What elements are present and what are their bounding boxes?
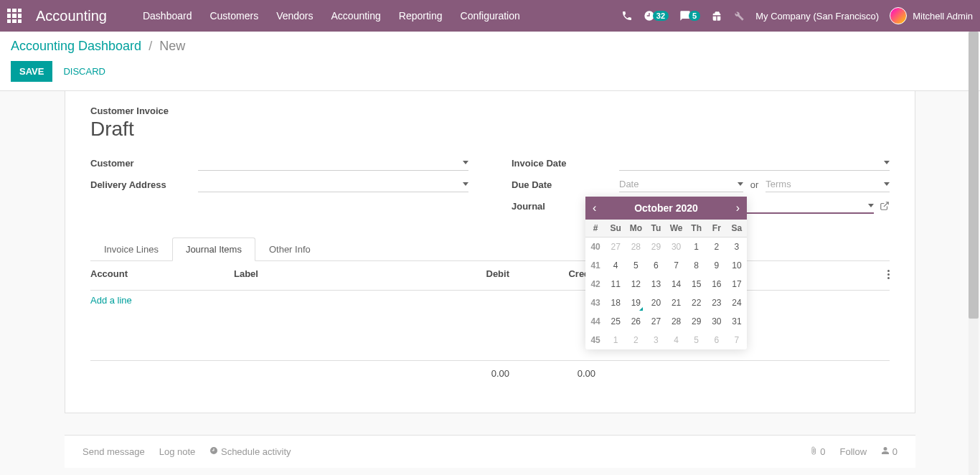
dp-day[interactable]: 24 (727, 293, 747, 312)
dp-day[interactable]: 2 (707, 238, 727, 256)
dp-day[interactable]: 10 (727, 256, 747, 275)
gift-icon[interactable] (711, 10, 722, 22)
invoice-date-input[interactable] (619, 155, 890, 171)
dp-day[interactable]: 1 (687, 238, 707, 256)
dp-day[interactable]: 30 (666, 238, 687, 256)
messages-indicator[interactable]: 5 (679, 10, 700, 22)
dp-day[interactable]: 31 (727, 312, 747, 331)
dp-day[interactable]: 15 (687, 275, 707, 293)
th-label: Label (234, 268, 423, 283)
nav-dashboard[interactable]: Dashboard (143, 10, 192, 22)
dp-day[interactable]: 3 (646, 331, 666, 349)
add-line[interactable]: Add a line (90, 291, 890, 310)
activity-badge: 32 (653, 11, 669, 21)
nav-configuration[interactable]: Configuration (461, 10, 520, 22)
customer-input[interactable] (198, 155, 468, 171)
datepicker-next[interactable]: › (736, 202, 740, 215)
breadcrumb-current: New (159, 39, 185, 53)
nav-reporting[interactable]: Reporting (399, 10, 443, 22)
dp-day[interactable]: 13 (646, 275, 666, 293)
dp-day[interactable]: 17 (727, 275, 747, 293)
follow-button[interactable]: Follow (840, 446, 867, 457)
dp-day[interactable]: 3 (727, 238, 747, 256)
schedule-activity[interactable]: Schedule activity (209, 446, 291, 457)
external-link-icon[interactable] (880, 201, 890, 211)
breadcrumb-link[interactable]: Accounting Dashboard (11, 39, 141, 53)
datepicker-title[interactable]: October 2020 (634, 202, 698, 214)
save-button[interactable]: SAVE (11, 61, 52, 82)
brand[interactable]: Accounting (36, 8, 107, 24)
apps-icon[interactable] (7, 9, 22, 23)
dp-day[interactable]: 21 (666, 293, 687, 312)
dp-day[interactable]: 26 (626, 312, 646, 331)
activity-indicator[interactable]: 32 (644, 10, 669, 22)
tabs: Invoice Lines Journal Items Other Info (90, 238, 890, 261)
dp-day[interactable]: 7 (666, 256, 687, 275)
avatar (890, 7, 907, 24)
dp-day[interactable]: 1 (606, 331, 626, 349)
dp-day[interactable]: 19 (626, 293, 646, 312)
breadcrumb-sep: / (149, 39, 152, 53)
th-debit: Debit (423, 268, 509, 283)
dp-day[interactable]: 28 (666, 312, 687, 331)
tab-other-info[interactable]: Other Info (255, 238, 324, 261)
dp-day[interactable]: 5 (626, 256, 646, 275)
dp-day[interactable]: 2 (626, 331, 646, 349)
dp-day[interactable]: 7 (727, 331, 747, 349)
dp-week-41: 41 (585, 256, 606, 275)
nav-accounting[interactable]: Accounting (331, 10, 381, 22)
dp-day[interactable]: 6 (707, 331, 727, 349)
dp-day[interactable]: 14 (666, 275, 687, 293)
attachments[interactable]: 0 (809, 446, 826, 457)
dp-day[interactable]: 23 (707, 293, 727, 312)
navbar: Accounting Dashboard Customers Vendors A… (0, 0, 980, 32)
dp-day[interactable]: 16 (707, 275, 727, 293)
dp-day[interactable]: 18 (606, 293, 626, 312)
company-name[interactable]: My Company (San Francisco) (755, 11, 879, 22)
due-date-input[interactable]: Date (619, 177, 743, 192)
th-credit: Credit (509, 268, 595, 283)
followers[interactable]: 0 (881, 446, 897, 457)
dp-day[interactable]: 29 (646, 238, 666, 256)
tab-journal-items[interactable]: Journal Items (172, 238, 255, 261)
chevron-down-icon (463, 161, 468, 164)
chevron-down-icon (463, 182, 468, 186)
dp-day[interactable]: 27 (606, 238, 626, 256)
dp-dow-Su: Su (606, 220, 626, 237)
dp-day[interactable]: 22 (687, 293, 707, 312)
wrench-icon[interactable] (733, 10, 745, 22)
discard-button[interactable]: DISCARD (63, 66, 105, 77)
datepicker-prev[interactable]: ‹ (593, 202, 596, 215)
dp-day[interactable]: 4 (606, 256, 626, 275)
dp-day[interactable]: 29 (687, 312, 707, 331)
nav-customers[interactable]: Customers (209, 10, 258, 22)
dp-day[interactable]: 27 (646, 312, 666, 331)
kebab-icon[interactable] (887, 268, 890, 281)
dp-day[interactable]: 12 (626, 275, 646, 293)
dp-dow-Tu: Tu (646, 220, 666, 237)
dp-day[interactable]: 5 (687, 331, 707, 349)
nav-menu: Dashboard Customers Vendors Accounting R… (143, 10, 621, 22)
phone-icon[interactable] (621, 10, 633, 22)
scrollbar[interactable] (969, 32, 979, 468)
dp-day[interactable]: 9 (707, 256, 727, 275)
dp-day[interactable]: 11 (606, 275, 626, 293)
total-debit: 0.00 (423, 368, 509, 379)
dp-dow-#: # (585, 220, 606, 237)
delivery-label: Delivery Address (90, 179, 198, 190)
dp-day[interactable]: 4 (666, 331, 687, 349)
dp-day[interactable]: 30 (707, 312, 727, 331)
dp-day[interactable]: 6 (646, 256, 666, 275)
dp-day[interactable]: 20 (646, 293, 666, 312)
terms-input[interactable]: Terms (765, 177, 890, 192)
tab-invoice-lines[interactable]: Invoice Lines (90, 238, 172, 261)
user-menu[interactable]: Mitchell Admin (890, 7, 973, 24)
nav-vendors[interactable]: Vendors (276, 10, 313, 22)
dp-day[interactable]: 25 (606, 312, 626, 331)
dp-day[interactable]: 8 (687, 256, 707, 275)
breadcrumb: Accounting Dashboard / New (11, 39, 969, 54)
send-message[interactable]: Send message (83, 446, 145, 457)
delivery-input[interactable] (198, 177, 468, 192)
dp-day[interactable]: 28 (626, 238, 646, 256)
log-note[interactable]: Log note (159, 446, 196, 457)
